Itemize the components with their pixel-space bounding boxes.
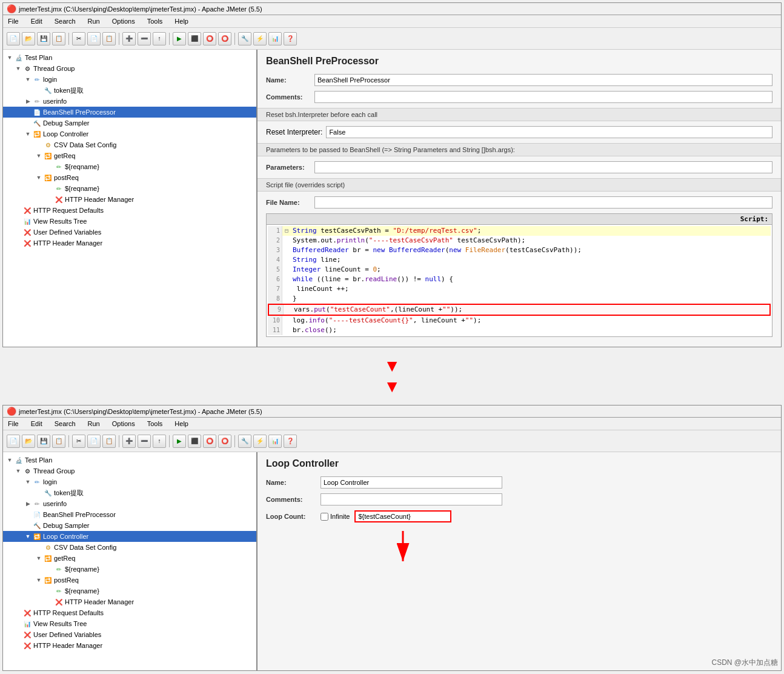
toggle-testplan[interactable]: ▼ xyxy=(5,55,14,61)
menu2-edit[interactable]: Edit xyxy=(28,419,45,429)
tree2-httpheader[interactable]: ❌ HTTP Header Manager xyxy=(3,596,256,607)
tb2-save[interactable]: 💾 xyxy=(37,435,50,448)
tb2-cut[interactable]: ✂ xyxy=(72,435,85,448)
menu-options[interactable]: Options xyxy=(110,16,138,26)
menu-edit[interactable]: Edit xyxy=(28,16,45,26)
tree-item-loop[interactable]: ▼ 🔁 Loop Controller xyxy=(3,128,256,139)
menu-tools[interactable]: Tools xyxy=(145,16,165,26)
toggle2-getreq[interactable]: ▼ xyxy=(35,555,43,561)
tb-minus[interactable]: ➖ xyxy=(138,32,151,45)
menu2-search[interactable]: Search xyxy=(52,419,78,429)
tree2-postreq[interactable]: ▼ 🔁 postReq xyxy=(3,575,256,586)
tb2-circle[interactable]: ⭕ xyxy=(203,435,216,448)
tb2-remote[interactable]: 🔧 xyxy=(238,435,251,448)
loop-count-input[interactable] xyxy=(354,510,451,522)
menu2-file[interactable]: File xyxy=(5,419,21,429)
tb2-paste[interactable]: 📋 xyxy=(102,435,116,448)
tree-item-login[interactable]: ▼ ✏ login xyxy=(3,74,256,85)
tb-jmeter[interactable]: ⚡ xyxy=(253,32,267,45)
tree2-testplan[interactable]: ▼ 🔬 Test Plan xyxy=(3,455,256,465)
tree2-token[interactable]: 🔧 token提取 xyxy=(3,487,256,498)
tb2-stop[interactable]: ⬛ xyxy=(188,435,201,448)
toggle2-threadgroup[interactable]: ▼ xyxy=(14,468,22,474)
tree2-getreqname[interactable]: ✏ ${reqname} xyxy=(3,564,256,575)
infinite-checkbox[interactable] xyxy=(321,513,328,521)
toggle-loop[interactable]: ▼ xyxy=(24,131,32,137)
tree-item-userinfo[interactable]: ▶ ✏ userinfo xyxy=(3,96,256,107)
tb-up[interactable]: ↑ xyxy=(153,32,166,45)
tree2-userinfo[interactable]: ▶ ✏ userinfo xyxy=(3,498,256,509)
menu2-options[interactable]: Options xyxy=(110,419,138,429)
tree2-login[interactable]: ▼ ✏ login xyxy=(3,476,256,487)
menu2-tools[interactable]: Tools xyxy=(145,419,165,429)
tree2-debug[interactable]: 🔨 Debug Sampler xyxy=(3,520,256,531)
tb-help[interactable]: ❓ xyxy=(284,32,297,45)
menu2-help[interactable]: Help xyxy=(172,419,191,429)
toggle-threadgroup[interactable]: ▼ xyxy=(14,65,22,72)
toggle2-loop[interactable]: ▼ xyxy=(24,533,32,539)
tb-paste[interactable]: 📋 xyxy=(102,32,116,45)
toggle2-testplan[interactable]: ▼ xyxy=(5,457,14,463)
tb-add[interactable]: ➕ xyxy=(122,32,136,45)
tree2-csv[interactable]: ⚙ CSV Data Set Config xyxy=(3,542,256,553)
tree2-threadgroup[interactable]: ▼ ⚙ Thread Group xyxy=(3,465,256,476)
tb-circle[interactable]: ⭕ xyxy=(203,32,216,45)
tb-remote[interactable]: 🔧 xyxy=(238,32,251,45)
menu-bar-bottom[interactable]: File Edit Search Run Options Tools Help xyxy=(3,418,781,430)
tree-item-getreq[interactable]: ▼ 🔁 getReq xyxy=(3,150,256,161)
toggle2-postreq[interactable]: ▼ xyxy=(35,577,43,583)
tree-item-getreqname[interactable]: ✏ ${reqname} xyxy=(3,161,256,172)
menu-file[interactable]: File xyxy=(5,16,21,26)
tree2-getreq[interactable]: ▼ 🔁 getReq xyxy=(3,553,256,564)
tb-circle2[interactable]: ⭕ xyxy=(218,32,231,45)
menu-help[interactable]: Help xyxy=(172,16,191,26)
tb2-new[interactable]: 📄 xyxy=(7,435,20,448)
tree2-httpreqdef[interactable]: ❌ HTTP Request Defaults xyxy=(3,607,256,618)
tree-item-beanshell[interactable]: 📄 BeanShell PreProcessor xyxy=(3,107,256,118)
tb2-open[interactable]: 📂 xyxy=(22,435,35,448)
tb-saveas[interactable]: 📋 xyxy=(52,32,65,45)
tb-run[interactable]: ▶ xyxy=(173,32,186,45)
expand-1[interactable]: ⊟ xyxy=(282,226,291,236)
tb-copy[interactable]: 📄 xyxy=(87,32,101,45)
tree2-postreqname[interactable]: ✏ ${reqname} xyxy=(3,586,256,596)
tb2-add[interactable]: ➕ xyxy=(122,435,136,448)
tree2-loop[interactable]: ▼ 🔁 Loop Controller xyxy=(3,531,256,542)
tb2-up[interactable]: ↑ xyxy=(153,435,166,448)
tb2-copy[interactable]: 📄 xyxy=(87,435,101,448)
tb2-circle2[interactable]: ⭕ xyxy=(218,435,231,448)
tree-item-threadgroup[interactable]: ▼ ⚙ Thread Group xyxy=(3,63,256,74)
toggle2-userinfo[interactable]: ▶ xyxy=(24,501,32,507)
menu-search[interactable]: Search xyxy=(52,16,78,26)
tb2-minus[interactable]: ➖ xyxy=(138,435,151,448)
filename-input[interactable] xyxy=(314,196,772,209)
tb-stop[interactable]: ⬛ xyxy=(188,32,201,45)
tree-item-debug[interactable]: 🔨 Debug Sampler xyxy=(3,118,256,128)
tree-item-uservars[interactable]: ❌ User Defined Variables xyxy=(3,227,256,238)
toggle-userinfo[interactable]: ▶ xyxy=(24,98,32,104)
loop-comments-input[interactable] xyxy=(321,493,502,506)
loop-name-input[interactable] xyxy=(321,476,502,489)
tb2-templates[interactable]: 📊 xyxy=(268,435,282,448)
tree-item-httpheadertop[interactable]: ❌ HTTP Header Manager xyxy=(3,238,256,249)
tb-new[interactable]: 📄 xyxy=(7,32,20,45)
tree-item-postreqname[interactable]: ✏ ${reqname} xyxy=(3,183,256,194)
tree-item-postreq[interactable]: ▼ 🔁 postReq xyxy=(3,172,256,183)
reset-interp-input[interactable] xyxy=(326,126,772,138)
menu-run[interactable]: Run xyxy=(85,16,102,26)
toggle2-login[interactable]: ▼ xyxy=(24,479,32,485)
tree2-uservars[interactable]: ❌ User Defined Variables xyxy=(3,629,256,640)
toggle-postreq[interactable]: ▼ xyxy=(35,175,43,181)
tree-item-httpreqdef[interactable]: ❌ HTTP Request Defaults xyxy=(3,205,256,216)
tb2-help[interactable]: ❓ xyxy=(284,435,297,448)
tb2-jmeter[interactable]: ⚡ xyxy=(253,435,267,448)
comments-input[interactable] xyxy=(314,91,772,103)
tb2-saveas[interactable]: 📋 xyxy=(52,435,65,448)
tb-templates[interactable]: 📊 xyxy=(268,32,282,45)
name-input[interactable] xyxy=(314,74,772,86)
toggle-login[interactable]: ▼ xyxy=(24,76,32,82)
tree2-beanshell[interactable]: 📄 BeanShell PreProcessor xyxy=(3,509,256,520)
tree-item-csv[interactable]: ⚙ CSV Data Set Config xyxy=(3,139,256,150)
tb-save[interactable]: 💾 xyxy=(37,32,50,45)
menu-bar-top[interactable]: File Edit Search Run Options Tools Help xyxy=(3,15,781,28)
